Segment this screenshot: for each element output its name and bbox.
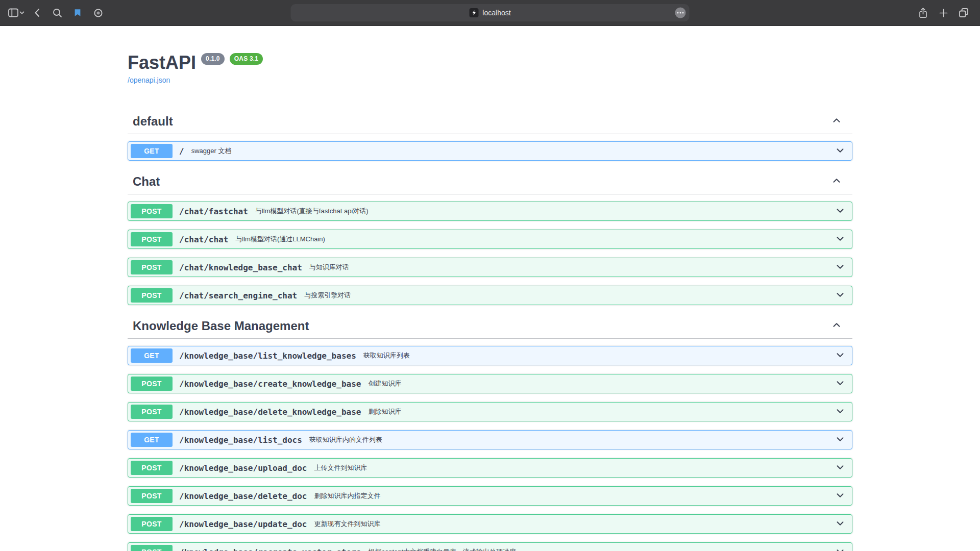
toolbar-right-group: [914, 4, 973, 22]
toolbar-left-group: [7, 4, 107, 22]
address-bar[interactable]: localhost: [291, 4, 690, 21]
expand-operation-button[interactable]: [831, 377, 847, 391]
operation-path: /knowledge_base/create_knowledge_base: [179, 379, 361, 389]
extension-record-button[interactable]: [89, 4, 107, 22]
chevron-left-icon: [34, 8, 40, 17]
operation-row[interactable]: POST /chat/fastchat 与llm模型对话(直接与fastchat…: [128, 202, 852, 221]
chevron-down-icon: [835, 378, 846, 390]
operation-path: /knowledge_base/delete_doc: [179, 491, 307, 501]
search-button[interactable]: [48, 4, 66, 22]
operation-row[interactable]: POST /knowledge_base/recreate_vector_sto…: [128, 542, 852, 551]
bookmark-icon: [73, 8, 82, 17]
chevron-up-icon: [831, 319, 842, 333]
ellipsis-icon: [677, 12, 679, 14]
operation-row[interactable]: POST /chat/chat 与llm模型对话(通过LLMChain): [128, 230, 852, 249]
openapi-spec-link[interactable]: /openapi.json: [128, 76, 170, 84]
extensions-menu-button[interactable]: [675, 8, 686, 18]
operation-summary: 创建知识库: [368, 379, 401, 388]
operation-summary: 上传文件到知识库: [314, 463, 367, 472]
chevron-down-icon: [835, 349, 846, 362]
operation-summary: 与知识库对话: [309, 263, 349, 272]
expand-operation-button[interactable]: [831, 517, 847, 531]
version-badge: 0.1.0: [201, 53, 225, 64]
operation-path: /: [179, 146, 184, 156]
expand-operation-button[interactable]: [831, 205, 847, 218]
operation-summary: 获取知识库列表: [363, 351, 410, 360]
expand-operation-button[interactable]: [831, 433, 847, 447]
operation-row[interactable]: POST /chat/knowledge_base_chat 与知识库对话: [128, 258, 852, 277]
address-url-text: localhost: [482, 9, 510, 17]
chevron-down-icon: [835, 518, 846, 531]
section-header[interactable]: Knowledge Base Management: [128, 314, 852, 339]
back-button[interactable]: [28, 4, 46, 22]
plus-icon: [939, 9, 948, 17]
section-title: Chat: [133, 174, 160, 189]
operation-path: /knowledge_base/recreate_vector_store: [179, 547, 361, 551]
chevron-down-icon: [835, 289, 846, 302]
operation-path: /knowledge_base/update_doc: [179, 519, 307, 529]
browser-toolbar: localhost: [0, 0, 980, 26]
expand-operation-button[interactable]: [831, 144, 847, 158]
operation-path: /chat/knowledge_base_chat: [179, 263, 302, 272]
operation-row[interactable]: POST /knowledge_base/create_knowledge_ba…: [128, 374, 852, 393]
oas-badge: OAS 3.1: [230, 53, 263, 64]
operation-row[interactable]: GET /knowledge_base/list_knowledge_bases…: [128, 346, 852, 365]
tabs-icon: [959, 8, 969, 18]
site-favicon-bolt-icon: [469, 8, 478, 17]
section-title: default: [133, 114, 173, 129]
operation-path: /knowledge_base/delete_knowledge_base: [179, 407, 361, 417]
new-tab-button[interactable]: [934, 4, 952, 22]
expand-operation-button[interactable]: [831, 349, 847, 363]
chevron-down-icon: [835, 205, 846, 218]
section-title: Knowledge Base Management: [133, 319, 309, 333]
operation-summary: 删除知识库内指定文件: [314, 491, 380, 500]
method-badge: POST: [131, 260, 173, 274]
method-badge: POST: [131, 461, 173, 475]
operation-summary: 与llm模型对话(直接与fastchat api对话): [255, 207, 369, 216]
extension-bookmark-button[interactable]: [68, 4, 87, 22]
operations: POST /chat/fastchat 与llm模型对话(直接与fastchat…: [128, 202, 852, 305]
api-section: Chat POST /chat/fastchat 与llm模型对话(直接与fas…: [128, 169, 852, 305]
chevron-down-icon: [19, 11, 24, 15]
operation-path: /chat/fastchat: [179, 207, 248, 216]
swagger-wrapper: FastAPI 0.1.0 OAS 3.1 /openapi.json defa…: [117, 52, 863, 551]
tab-overview-button[interactable]: [954, 4, 973, 22]
method-badge: GET: [131, 348, 173, 363]
search-icon: [53, 8, 62, 18]
chevron-down-icon: [835, 546, 846, 551]
chevron-down-icon: [835, 233, 846, 246]
operation-summary: 根据content中文档重建向量库，流式输出处理进度。: [368, 547, 523, 551]
method-badge: POST: [131, 405, 173, 419]
expand-operation-button[interactable]: [831, 233, 847, 246]
chevron-down-icon: [835, 490, 846, 503]
operations: GET / swagger 文档: [128, 141, 852, 161]
section-header[interactable]: Chat: [128, 169, 852, 194]
operation-path: /knowledge_base/upload_doc: [179, 463, 307, 473]
chevron-down-icon: [835, 261, 846, 274]
operation-row[interactable]: POST /chat/search_engine_chat 与搜索引擎对话: [128, 286, 852, 305]
operation-row[interactable]: POST /knowledge_base/update_doc 更新现有文件到知…: [128, 514, 852, 534]
operation-row[interactable]: POST /knowledge_base/delete_knowledge_ba…: [128, 402, 852, 421]
operation-row[interactable]: GET /knowledge_base/list_docs 获取知识库内的文件列…: [128, 430, 852, 449]
expand-operation-button[interactable]: [831, 289, 847, 303]
expand-operation-button[interactable]: [831, 461, 847, 475]
operation-summary: 与llm模型对话(通过LLMChain): [235, 235, 325, 244]
expand-operation-button[interactable]: [831, 261, 847, 274]
operation-row[interactable]: POST /knowledge_base/delete_doc 删除知识库内指定…: [128, 486, 852, 506]
chevron-down-icon: [835, 434, 846, 446]
section-header[interactable]: default: [128, 109, 852, 134]
expand-operation-button[interactable]: [831, 405, 847, 419]
expand-operation-button[interactable]: [831, 545, 847, 551]
share-button[interactable]: [914, 4, 932, 22]
operation-path: /chat/chat: [179, 235, 228, 244]
operation-row[interactable]: POST /knowledge_base/upload_doc 上传文件到知识库: [128, 458, 852, 478]
expand-operation-button[interactable]: [831, 489, 847, 503]
sidebar-toggle-button[interactable]: [7, 4, 26, 22]
api-info-block: FastAPI 0.1.0 OAS 3.1 /openapi.json: [128, 52, 852, 85]
operation-summary: 与搜索引擎对话: [304, 291, 351, 300]
method-badge: POST: [131, 517, 173, 531]
operation-summary: swagger 文档: [191, 146, 232, 156]
operation-row[interactable]: GET / swagger 文档: [128, 141, 852, 161]
chevron-up-icon: [831, 175, 842, 188]
method-badge: POST: [131, 489, 173, 503]
